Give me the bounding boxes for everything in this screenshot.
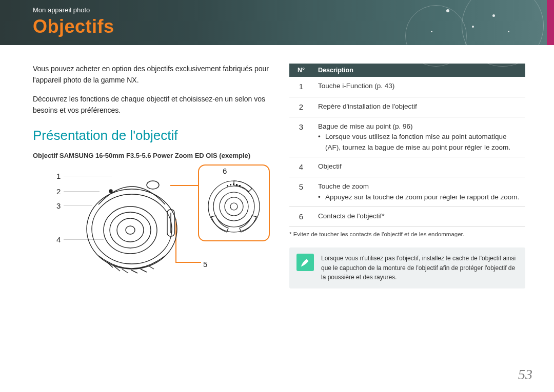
table-row: 6 Contacts de l'objectif* [289, 207, 525, 227]
row-desc: Objectif [313, 157, 525, 177]
row-num: 1 [289, 77, 313, 97]
svg-rect-22 [230, 184, 231, 185]
table-head-num: N° [289, 64, 313, 77]
row-num: 2 [289, 97, 313, 117]
svg-rect-25 [239, 185, 241, 187]
table-footnote: * Evitez de toucher les contacts de l'ob… [289, 231, 525, 237]
svg-point-6 [147, 181, 159, 189]
row-desc: Touche de zoom Appuyez sur la touche de … [313, 177, 525, 207]
section-heading: Présentation de l'objectif [33, 128, 279, 143]
page-number: 53 [518, 366, 532, 383]
row-num: 6 [289, 207, 313, 227]
row-desc: Repère d'installation de l'objectif [313, 97, 525, 117]
diagram-label-1: 1 [56, 172, 61, 180]
row-num: 5 [289, 177, 313, 207]
breadcrumb: Mon appareil photo [33, 6, 554, 14]
svg-point-4 [117, 218, 144, 242]
svg-rect-23 [233, 183, 234, 185]
diagram-label-5: 5 [203, 260, 207, 269]
svg-line-12 [122, 269, 128, 273]
svg-line-15 [149, 266, 154, 269]
lens-diagram: 1 2 3 4 5 6 [33, 164, 279, 287]
diagram-label-4: 4 [56, 235, 61, 244]
svg-rect-24 [236, 184, 238, 185]
svg-line-14 [141, 269, 147, 272]
intro-paragraph-2: Découvrez les fonctions de chaque object… [33, 94, 279, 116]
lens-front-illustration [83, 174, 181, 276]
page-title: Objectifs [33, 16, 554, 37]
parts-table: N° Description 1 Touche i-Function (p. 4… [289, 64, 525, 227]
row-desc: Contacts de l'objectif* [313, 207, 525, 227]
row-desc: Bague de mise au point (p. 96) Lorsque v… [313, 117, 525, 157]
table-head-desc: Description [313, 64, 525, 77]
diagram-label-2: 2 [56, 187, 61, 196]
intro-block: Vous pouvez acheter en option des object… [33, 64, 279, 116]
table-row: 2 Repère d'installation de l'objectif [289, 97, 525, 117]
section-color-tab [547, 0, 554, 45]
table-row: 3 Bague de mise au point (p. 96) Lorsque… [289, 117, 525, 157]
row-num: 3 [289, 117, 313, 157]
table-row: 4 Objectif [289, 157, 525, 177]
lens-rear-illustration [206, 179, 262, 234]
svg-line-13 [131, 270, 137, 273]
example-caption: Objectif SAMSUNG 16-50mm F3.5-5.6 Power … [33, 152, 279, 159]
svg-point-5 [126, 226, 135, 234]
tip-text: Lorsque vous n'utilisez pas l'objectif, … [321, 254, 518, 282]
svg-point-2 [104, 207, 157, 254]
svg-point-3 [110, 212, 151, 248]
table-row: 5 Touche de zoom Appuyez sur la touche d… [289, 177, 525, 207]
svg-point-18 [220, 192, 248, 221]
svg-point-19 [225, 197, 243, 216]
svg-point-20 [230, 203, 238, 210]
intro-paragraph-1: Vous pouvez acheter en option des object… [33, 64, 279, 86]
row-num: 4 [289, 157, 313, 177]
svg-point-9 [109, 190, 112, 193]
pen-note-icon [296, 254, 314, 271]
svg-rect-21 [227, 185, 228, 187]
row-desc: Touche i-Function (p. 43) [313, 77, 525, 97]
tip-callout: Lorsque vous n'utilisez pas l'objectif, … [289, 247, 525, 288]
page-header: Mon appareil photo Objectifs [0, 0, 554, 45]
diagram-label-3: 3 [56, 201, 61, 210]
table-row: 1 Touche i-Function (p. 43) [289, 77, 525, 97]
